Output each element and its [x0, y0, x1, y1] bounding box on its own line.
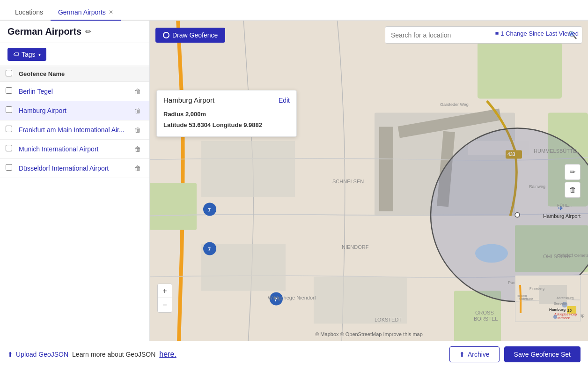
zoom-controls: + − — [157, 284, 172, 313]
sidebar-toolbar: 🏷 Tags ▾ — [0, 43, 149, 66]
upload-label: Upload GeoJSON — [16, 351, 68, 358]
map-edit-button[interactable]: ✏ — [565, 164, 581, 180]
item-checkbox[interactable] — [6, 87, 19, 96]
map-delete-button[interactable]: 🗑 — [565, 182, 581, 198]
learn-text: Learn more about GeoJSON — [72, 351, 155, 358]
tab-german-airports[interactable]: German Airports ✕ — [51, 5, 121, 21]
longitude-value: 9.9882 — [243, 121, 262, 128]
list-item[interactable]: Berlin Tegel 🗑 — [0, 82, 149, 101]
item-name-munich[interactable]: Munich International Airport — [19, 145, 132, 153]
svg-rect-4 — [150, 183, 197, 230]
list-header-label: Geofence Name — [19, 70, 65, 77]
tag-icon: 🏷 — [13, 51, 19, 58]
delete-icon[interactable]: 🗑 — [132, 106, 144, 115]
upload-geojson-button[interactable]: ⬆ Upload GeoJSON — [7, 351, 68, 358]
chevron-down-icon: ▾ — [38, 52, 41, 57]
svg-text:HUMMELSBÜTTEL: HUMMELSBÜTTEL — [534, 148, 579, 154]
sidebar-header: German Airports ✏ — [0, 21, 149, 43]
svg-text:Ohlsdorf Cemetery: Ohlsdorf Cemetery — [557, 253, 588, 258]
svg-text:BORSTEL: BORSTEL — [474, 316, 498, 322]
delete-icon[interactable]: 🗑 — [132, 144, 144, 154]
svg-rect-8 — [379, 127, 393, 211]
zoom-in-button[interactable]: + — [158, 284, 172, 298]
tab-close-icon[interactable]: ✕ — [109, 9, 113, 15]
learn-more-link[interactable]: here. — [159, 350, 176, 359]
svg-text:Pinneberg: Pinneberg — [529, 287, 544, 291]
svg-text:Rainweg: Rainweg — [529, 184, 545, 189]
svg-text:GROSS: GROSS — [475, 310, 494, 315]
tags-label: Tags — [22, 51, 36, 58]
list-item[interactable]: Düsseldorf International Airport 🗑 — [0, 159, 149, 178]
list-icon: ≡ — [495, 30, 499, 37]
item-checkbox[interactable] — [6, 126, 19, 134]
select-all-checkbox[interactable] — [6, 70, 12, 76]
item-name-hamburg[interactable]: Hamburg Airport — [19, 107, 132, 114]
archive-icon: ⬆ — [459, 351, 465, 358]
geofence-list: Geofence Name Berlin Tegel 🗑 Hamburg Air… — [0, 66, 149, 341]
svg-point-55 — [553, 315, 557, 319]
list-header: Geofence Name — [0, 66, 149, 82]
svg-text:7: 7 — [208, 207, 211, 213]
item-name-frankfurt[interactable]: Frankfurt am Main International Air... — [19, 126, 132, 134]
map-attribution: © Mapbox © OpenStreetMap Improve this ma… — [315, 331, 423, 337]
svg-rect-13 — [201, 141, 295, 197]
popup-info: Radius 2,000m Latitude 53.6304 Longitude… — [163, 109, 290, 131]
tabs-bar: Locations German Airports ✕ — [0, 0, 588, 21]
header-checkbox — [6, 70, 19, 78]
list-item[interactable]: Hamburg Airport 🗑 — [0, 101, 149, 120]
svg-text:Wildgehege Niendorf: Wildgehege Niendorf — [268, 295, 316, 300]
popup-title: Hamburg Airport — [163, 96, 214, 104]
draw-geofence-button[interactable]: Draw Geofence — [155, 28, 225, 43]
attribution-text: © Mapbox © OpenStreetMap Improve this ma… — [315, 331, 423, 337]
item-checkbox[interactable] — [6, 106, 19, 115]
save-label: Save Geofence Set — [514, 351, 571, 358]
item-checkbox[interactable] — [6, 145, 19, 153]
archive-button[interactable]: ⬆ Archive — [449, 346, 500, 362]
map-popup: Hamburg Airport Edit Radius 2,000m Latit… — [156, 90, 297, 137]
list-item[interactable]: Frankfurt am Main International Air... 🗑 — [0, 120, 149, 140]
tab-german-airports-label: German Airports — [58, 8, 106, 16]
bottom-left: ⬆ Upload GeoJSON Learn more about GeoJSO… — [7, 350, 176, 359]
svg-text:SCHNELSEN: SCHNELSEN — [332, 179, 364, 184]
map-area: 433 7 7 7 ✈ Hamburg Airport SCHNELSEN NI… — [150, 21, 588, 341]
change-notice-text: 1 Change Since Last Viewed — [500, 30, 579, 37]
svg-text:Hamburg: Hamburg — [549, 307, 566, 312]
item-checkbox[interactable] — [6, 164, 19, 172]
popup-edit-button[interactable]: Edit — [279, 97, 290, 104]
save-geofence-set-button[interactable]: Save Geofence Set — [504, 346, 581, 362]
popup-radius: Radius 2,000m — [163, 109, 290, 120]
archive-label: Archive — [468, 351, 490, 358]
svg-point-25 — [515, 213, 520, 217]
edit-icon[interactable]: ✏ — [85, 27, 91, 36]
tab-locations[interactable]: Locations — [7, 5, 51, 21]
svg-text:7: 7 — [208, 247, 211, 252]
radius-label: Radius — [163, 111, 184, 118]
item-name-berlin-tegel[interactable]: Berlin Tegel — [19, 88, 132, 95]
latitude-value: 53.6304 — [189, 121, 211, 128]
list-item[interactable]: Munich International Airport 🗑 — [0, 140, 149, 159]
tab-locations-label: Locations — [15, 8, 43, 16]
popup-coords: Latitude 53.6304 Longitude 9.9882 — [163, 120, 290, 130]
draw-geofence-label: Draw Geofence — [172, 31, 218, 39]
main-layout: German Airports ✏ 🏷 Tags ▾ Geofence Name — [0, 21, 588, 341]
latitude-label: Latitude — [163, 121, 187, 128]
svg-text:Seevetal: Seevetal — [554, 302, 567, 305]
svg-text:LOKSTEDT: LOKSTEDT — [375, 317, 402, 322]
mini-map: Hamburg Asklepios Hosp Barmbek 25 Pinneb… — [515, 275, 581, 322]
radius-value: 2,000m — [185, 111, 206, 118]
delete-icon[interactable]: 🗑 — [132, 125, 144, 135]
tags-button[interactable]: 🏷 Tags ▾ — [7, 48, 46, 61]
bottom-bar: ⬆ Upload GeoJSON Learn more about GeoJSO… — [0, 341, 588, 367]
svg-text:nshorn: nshorn — [517, 294, 527, 297]
delete-icon[interactable]: 🗑 — [132, 164, 144, 173]
delete-icon[interactable]: 🗑 — [132, 87, 144, 96]
svg-text:25: 25 — [567, 308, 572, 313]
svg-text:Ahrensburg: Ahrensburg — [557, 296, 573, 300]
svg-text:Uxtehude: Uxtehude — [519, 297, 533, 300]
item-name-dusseldorf[interactable]: Düsseldorf International Airport — [19, 165, 132, 172]
svg-text:Barmbek: Barmbek — [557, 316, 570, 320]
upload-icon: ⬆ — [7, 351, 13, 358]
draw-circle-icon — [163, 32, 169, 38]
zoom-out-button[interactable]: − — [158, 298, 172, 312]
svg-text:NIENDORF: NIENDORF — [342, 244, 369, 250]
